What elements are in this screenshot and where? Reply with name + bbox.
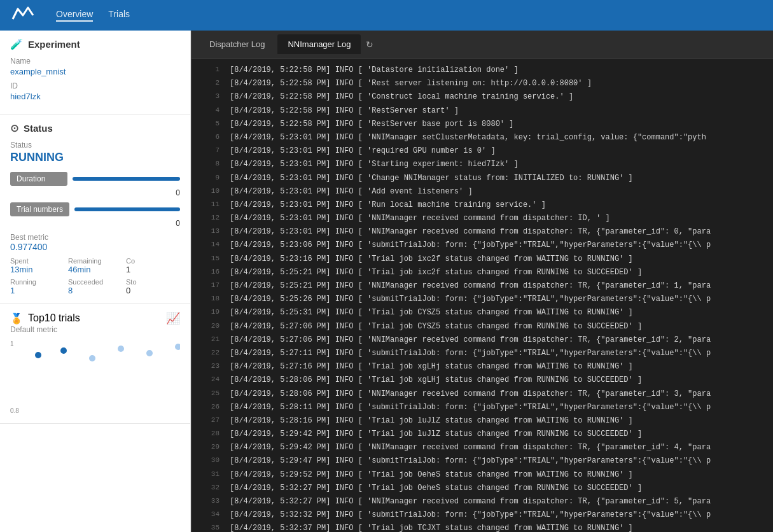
- tab-nnimanager-log[interactable]: NNImanager Log: [277, 34, 361, 54]
- line-number: 1: [199, 64, 219, 76]
- log-line: 22[8/4/2019, 5:27:11 PM] INFO [ 'submitT…: [192, 347, 773, 360]
- duration-bar[interactable]: [73, 177, 180, 181]
- log-line: 6[8/4/2019, 5:23:01 PM] INFO [ 'NNIManag…: [192, 131, 773, 144]
- log-line: 25[8/4/2019, 5:28:06 PM] INFO [ 'NNIMana…: [192, 388, 773, 401]
- log-line: 13[8/4/2019, 5:23:01 PM] INFO [ 'NNIMana…: [192, 225, 773, 239]
- log-line: 2[8/4/2019, 5:22:58 PM] INFO [ 'Rest ser…: [192, 77, 773, 90]
- experiment-icon: 🧪: [10, 38, 23, 50]
- line-text: [8/4/2019, 5:23:01 PM] INFO [ 'Add event…: [230, 186, 473, 198]
- metric-succeeded: Succeeded 8: [68, 278, 122, 295]
- log-line: 21[8/4/2019, 5:27:06 PM] INFO [ 'NNIMana…: [192, 333, 773, 347]
- chart-icon[interactable]: 📈: [166, 311, 180, 325]
- line-text: [8/4/2019, 5:32:27 PM] INFO [ 'Trial job…: [230, 482, 642, 494]
- line-number: 3: [199, 91, 219, 103]
- line-text: [8/4/2019, 5:23:01 PM] INFO [ 'Run local…: [230, 199, 546, 211]
- modal-tabs: Dispatcher Log NNImanager Log ↻: [192, 31, 773, 59]
- chart-svg: [25, 339, 180, 416]
- chart-y-labels: 1 0.8: [10, 339, 19, 416]
- refresh-icon[interactable]: ↻: [366, 39, 373, 50]
- log-line: 30[8/4/2019, 5:29:47 PM] INFO [ 'submitT…: [192, 454, 773, 468]
- top10-section: 🏅 Top10 trials 📈 Default metric 1 0.8: [0, 304, 190, 424]
- chart-area: 1 0.8: [10, 339, 180, 416]
- line-text: [8/4/2019, 5:29:52 PM] INFO [ 'Trial job…: [230, 469, 633, 481]
- line-text: [8/4/2019, 5:29:42 PM] INFO [ 'Trial job…: [230, 428, 642, 440]
- line-text: [8/4/2019, 5:23:01 PM] INFO [ 'NNIManage…: [230, 213, 610, 225]
- line-text: [8/4/2019, 5:23:01 PM] INFO [ 'Change NN…: [230, 172, 633, 185]
- line-number: 15: [199, 253, 219, 265]
- line-number: 33: [199, 496, 219, 508]
- line-number: 12: [199, 213, 219, 225]
- line-text: [8/4/2019, 5:25:21 PM] INFO [ 'NNIManage…: [230, 280, 711, 292]
- experiment-section: 🧪 Experiment Name example_mnist ID hied7…: [0, 31, 190, 115]
- status-label: Status: [10, 141, 180, 150]
- duration-label: Duration: [10, 172, 67, 186]
- trial-numbers-label: Trial numbers: [10, 202, 69, 216]
- log-line: 34[8/4/2019, 5:32:32 PM] INFO [ 'submitT…: [192, 508, 773, 522]
- log-line: 12[8/4/2019, 5:23:01 PM] INFO [ 'NNIMana…: [192, 212, 773, 225]
- tab-dispatcher-log[interactable]: Dispatcher Log: [199, 34, 275, 54]
- line-number: 18: [199, 293, 219, 305]
- line-number: 32: [199, 482, 219, 494]
- log-line: 27[8/4/2019, 5:28:16 PM] INFO [ 'Trial j…: [192, 414, 773, 428]
- metric-remaining: Remaining 46min: [68, 257, 122, 274]
- trial-numbers-bar[interactable]: [74, 207, 180, 211]
- line-text: [8/4/2019, 5:25:21 PM] INFO [ 'Trial job…: [230, 267, 642, 279]
- line-number: 17: [199, 280, 219, 292]
- top-nav: Overview Trials: [0, 0, 773, 31]
- line-number: 8: [199, 158, 219, 171]
- main-layout: 🧪 Experiment Name example_mnist ID hied7…: [0, 31, 773, 532]
- line-number: 5: [199, 118, 219, 130]
- log-line: 31[8/4/2019, 5:29:52 PM] INFO [ 'Trial j…: [192, 468, 773, 482]
- line-number: 25: [199, 388, 219, 400]
- log-line: 24[8/4/2019, 5:28:06 PM] INFO [ 'Trial j…: [192, 374, 773, 387]
- duration-row: Duration: [10, 172, 180, 186]
- experiment-id-value[interactable]: hied7lzk: [10, 92, 180, 101]
- top10-icon: 🏅: [10, 312, 23, 325]
- line-text: [8/4/2019, 5:25:31 PM] INFO [ 'Trial job…: [230, 307, 633, 319]
- line-text: [8/4/2019, 5:22:58 PM] INFO [ 'Datastore…: [230, 64, 519, 76]
- log-line: 11[8/4/2019, 5:23:01 PM] INFO [ 'Run loc…: [192, 199, 773, 212]
- line-number: 2: [199, 78, 219, 90]
- line-text: [8/4/2019, 5:28:06 PM] INFO [ 'NNIManage…: [230, 388, 711, 400]
- line-number: 28: [199, 428, 219, 440]
- svg-point-2: [89, 355, 95, 361]
- line-text: [8/4/2019, 5:22:58 PM] INFO [ 'Rest serv…: [230, 78, 592, 90]
- log-line: 35[8/4/2019, 5:32:37 PM] INFO [ 'Trial j…: [192, 522, 773, 532]
- log-line: 16[8/4/2019, 5:25:21 PM] INFO [ 'Trial j…: [192, 266, 773, 279]
- line-number: 31: [199, 469, 219, 481]
- line-number: 22: [199, 347, 219, 360]
- line-number: 11: [199, 199, 219, 211]
- log-line: 14[8/4/2019, 5:23:06 PM] INFO [ 'submitT…: [192, 239, 773, 252]
- line-number: 26: [199, 402, 219, 414]
- line-text: [8/4/2019, 5:28:11 PM] INFO [ 'submitTri…: [230, 402, 711, 414]
- log-line: 20[8/4/2019, 5:27:06 PM] INFO [ 'Trial j…: [192, 320, 773, 333]
- line-text: [8/4/2019, 5:23:01 PM] INFO [ 'Starting …: [230, 158, 519, 171]
- line-number: 7: [199, 145, 219, 157]
- log-line: 4[8/4/2019, 5:22:58 PM] INFO [ 'RestServ…: [192, 104, 773, 118]
- nav-overview[interactable]: Overview: [56, 9, 93, 22]
- log-line: 32[8/4/2019, 5:32:27 PM] INFO [ 'Trial j…: [192, 482, 773, 495]
- metric-stopped: Sto 0: [126, 278, 180, 295]
- line-text: [8/4/2019, 5:28:06 PM] INFO [ 'Trial job…: [230, 374, 642, 386]
- line-text: [8/4/2019, 5:27:11 PM] INFO [ 'submitTri…: [230, 347, 711, 360]
- status-title: ⊙ Status: [10, 122, 180, 134]
- experiment-name-value[interactable]: example_mnist: [10, 67, 180, 76]
- svg-point-3: [118, 346, 124, 352]
- trial-numbers-row: Trial numbers: [10, 202, 180, 216]
- line-text: [8/4/2019, 5:23:01 PM] INFO [ 'required …: [230, 145, 496, 157]
- log-line: 19[8/4/2019, 5:25:31 PM] INFO [ 'Trial j…: [192, 306, 773, 319]
- line-number: 21: [199, 334, 219, 346]
- svg-point-0: [35, 352, 41, 358]
- line-number: 30: [199, 455, 219, 467]
- top10-title: Top10 trials: [28, 312, 80, 324]
- nav-trials[interactable]: Trials: [108, 9, 130, 22]
- line-text: [8/4/2019, 5:27:06 PM] INFO [ 'Trial job…: [230, 321, 642, 333]
- line-number: 19: [199, 307, 219, 319]
- line-text: [8/4/2019, 5:28:16 PM] INFO [ 'Trial job…: [230, 415, 633, 427]
- svg-point-5: [175, 344, 180, 350]
- line-text: [8/4/2019, 5:27:16 PM] INFO [ 'Trial job…: [230, 361, 633, 373]
- logo-icon: [10, 4, 36, 27]
- log-line: 9[8/4/2019, 5:23:01 PM] INFO [ 'Change N…: [192, 172, 773, 185]
- log-line: 10[8/4/2019, 5:23:01 PM] INFO [ 'Add eve…: [192, 185, 773, 199]
- log-content[interactable]: 1[8/4/2019, 5:22:58 PM] INFO [ 'Datastor…: [192, 59, 773, 532]
